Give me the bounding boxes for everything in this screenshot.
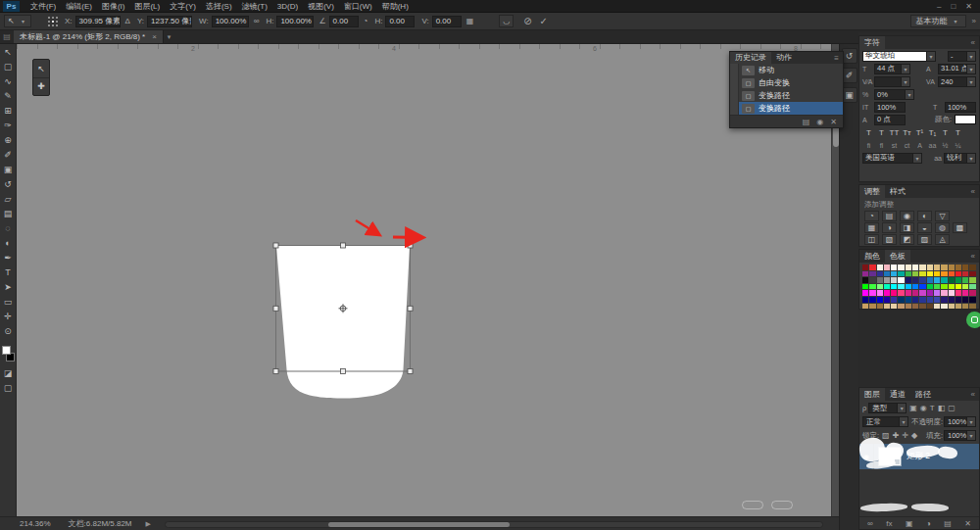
menu-item[interactable]: 文件(F)	[25, 0, 61, 13]
text-style-button[interactable]: T	[875, 127, 888, 138]
text-style-button[interactable]: TT	[888, 127, 901, 138]
width-scale-field[interactable]: 100.00%	[212, 16, 249, 27]
chevron-down-icon[interactable]: ▾	[927, 51, 936, 62]
menu-item[interactable]: 3D(D)	[272, 0, 303, 13]
swatch[interactable]	[891, 277, 897, 283]
chevron-down-icon[interactable]: ▾	[906, 89, 914, 100]
history-source-checkbox[interactable]	[730, 89, 739, 102]
opentype-feature-button[interactable]: ½	[939, 140, 952, 150]
swatch[interactable]	[877, 297, 883, 303]
fill-field[interactable]: 100%	[944, 430, 967, 441]
zoom-level-field[interactable]: 214.36%	[20, 519, 51, 528]
swatch[interactable]	[962, 271, 968, 277]
swatch[interactable]	[884, 265, 890, 270]
swatch[interactable]	[919, 277, 925, 283]
kerning-field[interactable]	[874, 76, 902, 87]
history-source-checkbox[interactable]	[730, 102, 739, 115]
adjustment-icon[interactable]: ◨	[900, 222, 914, 233]
panel-icon[interactable]: ▤	[0, 30, 14, 43]
foreground-color-swatch[interactable]	[2, 346, 11, 355]
swatch[interactable]	[862, 290, 868, 296]
link-layers-icon[interactable]: ∞	[867, 519, 873, 528]
chevron-down-icon[interactable]: ▾	[967, 153, 976, 164]
adjustment-icon[interactable]: ▧	[882, 234, 897, 245]
chevron-down-icon[interactable]: ▾	[902, 76, 910, 87]
tracking-field[interactable]: 240	[938, 76, 967, 87]
layer-style-icon[interactable]: fx	[886, 519, 892, 528]
chevron-down-icon[interactable]: ▾	[898, 403, 906, 413]
warp-mode-button[interactable]: ◡	[499, 15, 514, 27]
tab-通道[interactable]: 通道	[885, 388, 910, 401]
rotation-field[interactable]: 0.00	[329, 16, 359, 27]
swatch[interactable]	[949, 290, 955, 296]
swatch[interactable]	[869, 265, 875, 270]
swatch[interactable]	[869, 297, 875, 303]
swatch[interactable]	[884, 304, 890, 310]
font-style-field[interactable]: -	[948, 51, 967, 62]
lock-icon[interactable]: ✛	[902, 431, 908, 440]
font-size-field[interactable]: 44 点	[874, 64, 902, 74]
opentype-feature-button[interactable]: ct	[901, 140, 913, 150]
blur-tool[interactable]: ◌	[0, 220, 17, 235]
layer-filter-icon[interactable]: ◉	[920, 404, 927, 412]
adjustment-icon[interactable]: ◉	[900, 211, 914, 221]
tab-颜色[interactable]: 颜色	[859, 250, 885, 263]
overflow-icon[interactable]: »	[972, 17, 976, 25]
cancel-transform-button[interactable]: ⊘	[523, 16, 531, 26]
swatch[interactable]	[934, 271, 940, 277]
healing-brush-tool[interactable]: ⊕	[0, 132, 17, 147]
swatch[interactable]	[927, 304, 933, 310]
gradient-tool[interactable]: ▤	[0, 206, 17, 220]
text-style-button[interactable]: T₁	[926, 127, 939, 138]
anti-alias-select[interactable]: 锐利	[944, 153, 967, 164]
swatch[interactable]	[877, 304, 883, 310]
close-button[interactable]: ✕	[965, 2, 972, 11]
swatch[interactable]	[927, 271, 933, 277]
swatch[interactable]	[862, 304, 868, 310]
menu-item[interactable]: 选择(S)	[201, 0, 237, 13]
lock-icon[interactable]: ◆	[911, 431, 917, 440]
swatch[interactable]	[898, 297, 904, 303]
swatch[interactable]	[919, 304, 925, 310]
restore-button[interactable]: □	[951, 2, 956, 11]
swatch[interactable]	[884, 271, 890, 277]
eraser-tool[interactable]: ▱	[0, 191, 17, 206]
lock-icon[interactable]: ✚	[893, 431, 900, 440]
collapse-icon[interactable]: «	[971, 250, 975, 263]
chevron-down-icon[interactable]: ▾	[900, 416, 908, 427]
screen-mode-button[interactable]: ▢	[0, 380, 17, 395]
swatch[interactable]	[934, 297, 940, 303]
text-style-button[interactable]: Tᴛ	[901, 127, 913, 138]
text-style-button[interactable]: T¹	[913, 127, 926, 138]
collapse-icon[interactable]: «	[971, 36, 975, 49]
adjustment-icon[interactable]: ◫	[864, 234, 879, 245]
proportional-spacing-field[interactable]: 0%	[874, 89, 906, 100]
swatch[interactable]	[877, 265, 883, 270]
swatch[interactable]	[912, 304, 918, 310]
swatch[interactable]	[949, 265, 955, 270]
opacity-field[interactable]: 100%	[944, 416, 967, 427]
new-snapshot-icon[interactable]: ◉	[816, 118, 823, 126]
chevron-down-icon[interactable]: ▾	[967, 76, 976, 87]
swatch[interactable]	[884, 290, 890, 296]
lock-icon[interactable]: ▨	[882, 431, 890, 440]
swatch[interactable]	[877, 277, 883, 283]
menu-item[interactable]: 文字(Y)	[165, 0, 201, 13]
menu-item[interactable]: 帮助(H)	[377, 0, 414, 13]
adjustment-icon[interactable]: ◐	[917, 211, 932, 221]
swatch[interactable]	[884, 277, 890, 283]
horizontal-scale-field[interactable]: 100%	[945, 102, 976, 113]
tool-preset-picker[interactable]: ↖ ▾	[4, 15, 31, 27]
minimize-button[interactable]: –	[937, 2, 941, 11]
chevron-down-icon[interactable]: ▾	[913, 153, 922, 164]
swatch[interactable]	[962, 277, 968, 283]
swatch[interactable]	[906, 265, 911, 270]
adjustment-icon[interactable]: ◩	[900, 234, 914, 245]
quick-mask-button[interactable]: ◪	[0, 365, 17, 380]
type-tool[interactable]: T	[0, 265, 17, 279]
tab-图层[interactable]: 图层	[859, 388, 885, 401]
path-selection-tool[interactable]: ➤	[0, 279, 17, 294]
swatch[interactable]	[877, 271, 883, 277]
layer-filter-icon[interactable]: T	[930, 404, 935, 412]
swatch[interactable]	[862, 284, 868, 290]
